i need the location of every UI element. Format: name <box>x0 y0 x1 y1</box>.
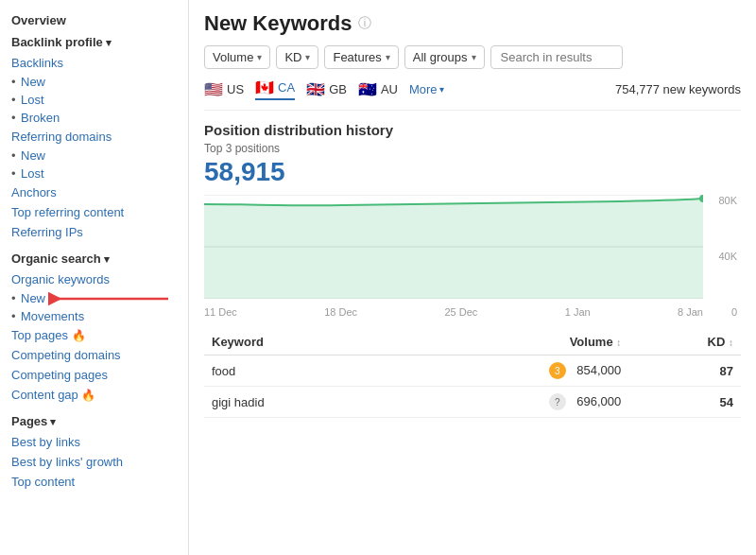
sidebar-item-anchors[interactable]: Anchors <box>0 182 188 202</box>
flag-ca: 🇨🇦 <box>255 78 274 96</box>
sidebar-item-referring-new[interactable]: New <box>0 147 188 165</box>
sidebar-overview[interactable]: Overview <box>0 9 188 31</box>
volume-question-circle: ? <box>549 393 566 410</box>
sidebar-item-referring-lost[interactable]: Lost <box>0 165 188 182</box>
keywords-table: Keyword Volume ↕ KD ↕ food 3 854,0 <box>204 329 741 418</box>
position-distribution-section: Position distribution history Top 3 posi… <box>204 122 741 195</box>
country-au[interactable]: 🇦🇺 AU <box>358 80 398 98</box>
volume-filter[interactable]: Volume ▾ <box>204 45 270 69</box>
sidebar-item-referring-domains[interactable]: Referring domains <box>0 127 188 147</box>
main-content: New Keywords ⓘ Volume ▾ KD ▾ Features ▾ … <box>189 0 756 555</box>
keyword-cell[interactable]: gigi hadid <box>204 387 389 418</box>
keywords-count: 754,777 new keywords <box>615 82 741 96</box>
info-icon[interactable]: ⓘ <box>358 15 371 32</box>
kd-cell: 87 <box>628 356 741 387</box>
sidebar-item-movements[interactable]: Movements <box>0 307 188 325</box>
sidebar-section-pages[interactable]: Pages <box>0 410 188 432</box>
chevron-down-icon: ▾ <box>386 52 390 62</box>
search-input[interactable] <box>490 45 623 69</box>
sidebar-item-organic-keywords[interactable]: Organic keywords <box>0 269 188 289</box>
sidebar: Overview Backlink profile Backlinks New … <box>0 0 189 555</box>
sort-icon-kd: ↕ <box>729 338 733 348</box>
sidebar-item-best-by-links-growth[interactable]: Best by links' growth <box>0 452 188 472</box>
sidebar-item-top-referring[interactable]: Top referring content <box>0 202 188 222</box>
sidebar-item-backlinks-new[interactable]: New <box>0 73 188 91</box>
more-countries-button[interactable]: More ▾ <box>409 82 444 96</box>
features-filter[interactable]: Features ▾ <box>324 45 398 69</box>
keyword-cell[interactable]: food <box>204 356 389 387</box>
volume-cell: ? 696,000 <box>389 387 628 418</box>
col-volume[interactable]: Volume ↕ <box>389 329 628 356</box>
sidebar-item-top-pages[interactable]: Top pages 🔥 <box>0 325 188 345</box>
sidebar-item-top-content[interactable]: Top content <box>0 472 188 492</box>
sidebar-item-content-gap[interactable]: Content gap 🔥 <box>0 385 188 405</box>
sidebar-item-competing-pages[interactable]: Competing pages <box>0 365 188 385</box>
col-keyword: Keyword <box>204 329 389 356</box>
chevron-down-icon: ▾ <box>305 52 310 62</box>
page-header: New Keywords ⓘ <box>204 11 741 36</box>
volume-cell: 3 854,000 <box>389 356 628 387</box>
flag-us: 🇺🇸 <box>204 80 223 98</box>
chart-container: 80K 40K 0 11 Dec 18 Dec 25 Dec 1 Jan <box>204 195 741 318</box>
position-label: Top 3 positions <box>204 142 741 155</box>
chart-area <box>204 195 703 299</box>
flag-au: 🇦🇺 <box>358 80 377 98</box>
sidebar-item-backlinks[interactable]: Backlinks <box>0 53 188 73</box>
red-arrow-icon <box>47 288 170 309</box>
country-row: 🇺🇸 US 🇨🇦 CA 🇬🇧 GB 🇦🇺 AU More ▾ 754,777 n… <box>204 78 741 111</box>
sidebar-item-backlinks-broken[interactable]: Broken <box>0 109 188 127</box>
position-value: 58,915 <box>204 157 741 187</box>
chart-x-labels: 11 Dec 18 Dec 25 Dec 1 Jan 8 Jan <box>204 306 703 318</box>
volume-circle: 3 <box>549 362 566 379</box>
chevron-down-icon: ▾ <box>472 52 476 62</box>
col-kd[interactable]: KD ↕ <box>628 329 741 356</box>
fire-icon-content-gap: 🔥 <box>81 389 95 402</box>
page-title: New Keywords <box>204 11 352 36</box>
kd-cell: 54 <box>628 387 741 418</box>
sidebar-item-best-by-links[interactable]: Best by links <box>0 432 188 452</box>
country-ca[interactable]: 🇨🇦 CA <box>255 78 295 100</box>
sort-icon-volume: ↕ <box>616 338 621 348</box>
sidebar-item-backlinks-lost[interactable]: Lost <box>0 91 188 109</box>
chart-y-labels: 80K 40K 0 <box>707 195 741 318</box>
country-us[interactable]: 🇺🇸 US <box>204 80 244 98</box>
chevron-down-icon: ▾ <box>257 52 262 62</box>
country-gb[interactable]: 🇬🇧 GB <box>306 80 347 98</box>
sidebar-item-referring-ips[interactable]: Referring IPs <box>0 222 188 242</box>
table-row: food 3 854,000 87 <box>204 356 741 387</box>
chart-svg <box>204 195 703 299</box>
kd-filter[interactable]: KD ▾ <box>276 45 318 69</box>
fire-icon-top-pages: 🔥 <box>72 329 86 342</box>
sidebar-section-organic[interactable]: Organic search <box>0 248 188 269</box>
sidebar-section-backlink[interactable]: Backlink profile <box>0 31 188 53</box>
toolbar: Volume ▾ KD ▾ Features ▾ All groups ▾ <box>204 45 741 69</box>
groups-filter[interactable]: All groups ▾ <box>404 45 485 69</box>
section-title: Position distribution history <box>204 122 741 138</box>
sidebar-item-competing-domains[interactable]: Competing domains <box>0 345 188 365</box>
flag-gb: 🇬🇧 <box>306 80 325 98</box>
chevron-down-icon: ▾ <box>439 84 444 95</box>
table-row: gigi hadid ? 696,000 54 <box>204 387 741 418</box>
